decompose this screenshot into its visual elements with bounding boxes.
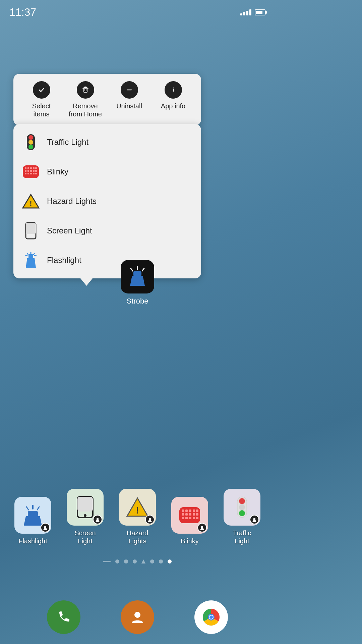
dock-phone[interactable]: [47, 600, 80, 634]
popup-item-blinky[interactable]: Blinky: [13, 157, 201, 186]
flashlight-app-label: Flashlight: [18, 537, 47, 545]
svg-rect-71: [193, 513, 195, 516]
svg-rect-28: [33, 173, 35, 174]
status-bar: 11:37: [0, 0, 275, 22]
app-item-traffic-light[interactable]: TrafficLight: [220, 489, 264, 545]
app-item-hazard-lights[interactable]: ! HazardLights: [116, 489, 159, 545]
remove-from-home-icon: [77, 81, 94, 99]
svg-point-12: [28, 140, 33, 145]
svg-rect-19: [35, 167, 37, 169]
blinky-popup-icon: [22, 163, 40, 180]
svg-point-11: [28, 135, 33, 140]
svg-rect-47: [28, 511, 38, 517]
svg-rect-15: [25, 167, 26, 169]
popup-item-hazard-lights[interactable]: ! Hazard Lights: [13, 186, 201, 216]
remove-from-home-button[interactable]: Removefrom Home: [69, 81, 102, 118]
page-dot-active[interactable]: [168, 559, 172, 564]
svg-rect-25: [25, 173, 26, 174]
page-dot-2[interactable]: [124, 559, 128, 564]
app-item-flashlight[interactable]: Flashlight: [11, 497, 55, 545]
hazard-lights-badge: [145, 515, 155, 524]
svg-rect-76: [193, 517, 195, 519]
popup-app-name-traffic-light: Traffic Light: [47, 138, 88, 147]
hazard-lights-app-icon: !: [119, 489, 156, 526]
svg-line-38: [34, 253, 35, 255]
svg-line-40: [35, 255, 36, 256]
svg-point-86: [134, 612, 140, 618]
select-items-label: Selectitems: [32, 102, 51, 118]
svg-rect-79: [201, 526, 203, 528]
svg-rect-18: [33, 167, 35, 169]
svg-point-13: [28, 145, 33, 149]
svg-rect-68: [182, 513, 184, 516]
svg-rect-77: [196, 517, 198, 519]
svg-rect-75: [189, 517, 191, 519]
svg-rect-72: [196, 513, 198, 516]
svg-point-0: [38, 86, 46, 94]
svg-rect-45: [133, 271, 141, 276]
svg-marker-44: [130, 276, 145, 286]
svg-point-82: [239, 504, 245, 510]
screen-light-popup-icon: [22, 222, 40, 239]
svg-line-39: [25, 255, 27, 256]
app-item-blinky[interactable]: Blinky: [168, 497, 212, 545]
svg-rect-17: [30, 167, 32, 169]
svg-rect-35: [28, 254, 33, 259]
blinky-badge: [197, 523, 207, 532]
dock-chrome[interactable]: [194, 600, 228, 634]
svg-rect-33: [26, 223, 36, 234]
app-info-icon: i: [165, 81, 182, 99]
svg-rect-63: [182, 509, 184, 512]
uninstall-icon: [121, 81, 138, 99]
svg-line-42: [131, 268, 133, 271]
select-items-icon: [33, 81, 50, 99]
svg-rect-21: [27, 170, 29, 172]
svg-text:!: !: [29, 199, 32, 208]
signal-icon: [240, 9, 251, 15]
svg-rect-85: [253, 518, 255, 520]
context-toolbar: Selectitems Removefrom Home Uninstall: [13, 74, 201, 125]
app-info-button[interactable]: i App info: [157, 81, 190, 118]
svg-rect-22: [30, 170, 32, 172]
svg-rect-67: [196, 509, 198, 512]
hazard-lights-popup-icon: !: [22, 193, 40, 210]
popup-item-screen-light[interactable]: Screen Light: [13, 216, 201, 246]
strobe-app[interactable]: Strobe: [121, 260, 154, 306]
flashlight-badge: [41, 523, 50, 532]
app-item-screen-light[interactable]: ScreenLight: [63, 489, 107, 545]
svg-text:i: i: [172, 87, 174, 93]
page-indicator-dash: [103, 561, 111, 562]
page-dot-home[interactable]: [141, 559, 145, 564]
svg-line-37: [27, 253, 28, 255]
popup-app-name-screen-light: Screen Light: [47, 226, 92, 235]
popup-item-flashlight[interactable]: Flashlight: [13, 246, 201, 275]
traffic-light-app-label: TrafficLight: [233, 529, 251, 545]
remove-from-home-label: Removefrom Home: [69, 102, 102, 118]
page-indicators: [0, 559, 275, 564]
strobe-app-icon: [121, 260, 154, 293]
popup-app-name-hazard-lights: Hazard Lights: [47, 197, 97, 206]
svg-marker-34: [26, 258, 36, 268]
page-dot-6[interactable]: [159, 559, 163, 564]
popup-app-name-flashlight: Flashlight: [47, 256, 81, 265]
page-dot-1[interactable]: [115, 559, 119, 564]
dock: [0, 600, 275, 634]
screen-light-app-label: ScreenLight: [74, 529, 96, 545]
popup-item-traffic-light[interactable]: Traffic Light: [13, 127, 201, 157]
select-items-button[interactable]: Selectitems: [25, 81, 58, 118]
svg-rect-16: [27, 167, 29, 169]
page-dot-3[interactable]: [133, 559, 137, 564]
hazard-lights-app-label: HazardLights: [127, 529, 148, 545]
flashlight-popup-icon: [22, 252, 40, 269]
page-dot-5[interactable]: [150, 559, 154, 564]
svg-rect-70: [189, 513, 191, 516]
blinky-app-icon: [171, 497, 208, 534]
svg-rect-69: [185, 513, 188, 516]
screen-light-badge: [93, 515, 102, 524]
app-info-label: App info: [161, 102, 185, 110]
dock-contacts[interactable]: [121, 600, 154, 634]
uninstall-button[interactable]: Uninstall: [113, 81, 146, 118]
svg-rect-61: [149, 518, 151, 520]
svg-point-83: [239, 510, 245, 516]
svg-rect-66: [193, 509, 195, 512]
